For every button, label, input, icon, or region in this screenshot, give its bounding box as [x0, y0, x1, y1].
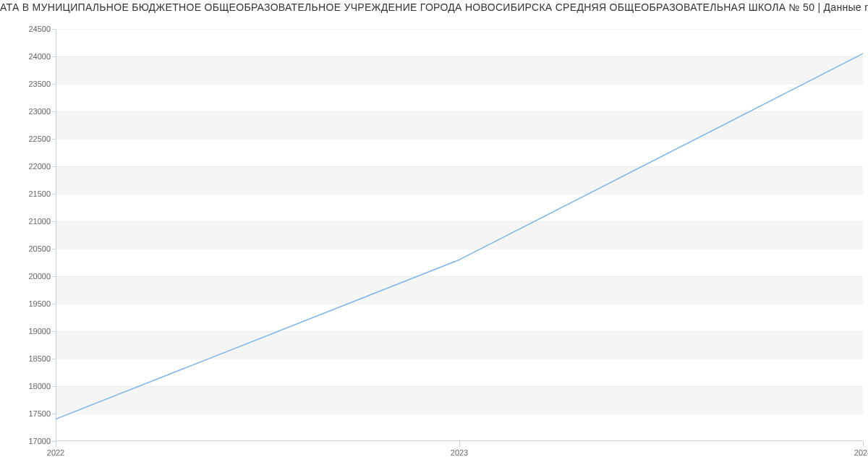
y-tick-mark	[52, 56, 56, 57]
y-tick-mark	[52, 221, 56, 222]
y-tick-mark	[52, 166, 56, 167]
y-tick-label: 17000	[28, 437, 51, 445]
y-tick-mark	[52, 84, 56, 85]
x-tick-label: 2023	[451, 448, 468, 457]
line-series	[56, 29, 863, 441]
x-tick-mark	[459, 441, 460, 447]
x-tick-label: 2022	[47, 448, 64, 457]
y-tick-label: 24500	[28, 25, 51, 33]
chart-title: АТА В МУНИЦИПАЛЬНОЕ БЮДЖЕТНОЕ ОБЩЕОБРАЗО…	[0, 1, 868, 13]
y-tick-mark	[52, 386, 56, 387]
y-tick-label: 24000	[28, 52, 51, 61]
y-tick-label: 19500	[28, 299, 51, 308]
y-tick-mark	[52, 414, 56, 414]
y-tick-mark	[52, 249, 56, 249]
y-tick-mark	[52, 139, 56, 140]
y-tick-label: 23000	[28, 107, 51, 116]
y-tick-label: 22000	[28, 162, 51, 171]
y-tick-label: 23500	[28, 80, 51, 88]
y-tick-label: 20500	[28, 244, 51, 253]
y-tick-label: 19000	[28, 327, 51, 336]
plot-area	[56, 29, 863, 441]
x-tick-label: 2024	[854, 448, 868, 457]
y-tick-mark	[52, 276, 56, 277]
y-tick-mark	[52, 111, 56, 112]
x-tick-mark	[56, 441, 56, 447]
y-tick-label: 20000	[28, 272, 51, 281]
y-tick-label: 18500	[28, 354, 51, 363]
y-tick-label: 22500	[28, 134, 51, 143]
y-tick-mark	[52, 331, 56, 332]
y-tick-mark	[52, 304, 56, 304]
y-tick-mark	[52, 194, 56, 195]
x-tick-mark	[863, 441, 864, 447]
y-tick-mark	[52, 29, 56, 30]
y-tick-mark	[52, 359, 56, 359]
y-tick-label: 18000	[28, 382, 51, 390]
y-tick-label: 21000	[28, 217, 51, 226]
y-tick-label: 21500	[28, 189, 51, 198]
y-tick-label: 17500	[28, 409, 51, 418]
